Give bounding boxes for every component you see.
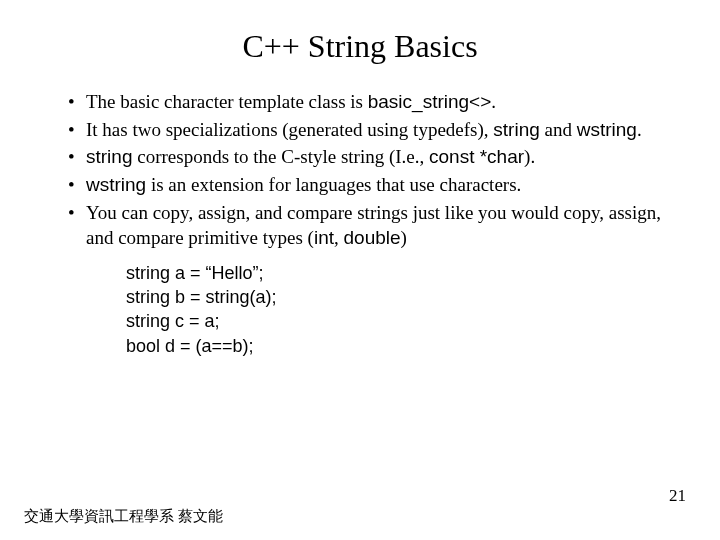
code-span: string (86, 146, 132, 167)
code-line: bool d = (a==b); (126, 334, 680, 358)
text: ). (524, 146, 535, 167)
page-number: 21 (669, 486, 686, 506)
code-span: basic_string<> (368, 91, 492, 112)
code-span: int (314, 227, 334, 248)
text: , (334, 227, 344, 248)
text: The basic character template class is (86, 91, 368, 112)
text: . (637, 119, 642, 140)
list-item: The basic character template class is ba… (68, 89, 680, 115)
code-span: const *char (429, 146, 524, 167)
code-block: string a = “Hello”; string b = string(a)… (126, 261, 680, 358)
bullet-list: The basic character template class is ba… (40, 89, 680, 251)
list-item: You can copy, assign, and compare string… (68, 200, 680, 251)
footer-credit: 交通大學資訊工程學系 蔡文能 (24, 507, 223, 526)
code-span: wstring (86, 174, 146, 195)
list-item: wstring is an extension for languages th… (68, 172, 680, 198)
text: It has two specializations (generated us… (86, 119, 493, 140)
code-line: string c = a; (126, 309, 680, 333)
text: . (491, 91, 496, 112)
text: is an extension for languages that use c… (146, 174, 521, 195)
list-item: It has two specializations (generated us… (68, 117, 680, 143)
code-span: double (344, 227, 401, 248)
code-span: wstring (577, 119, 637, 140)
text: and (540, 119, 577, 140)
code-line: string a = “Hello”; (126, 261, 680, 285)
code-line: string b = string(a); (126, 285, 680, 309)
slide-title: C++ String Basics (40, 28, 680, 65)
code-span: string (493, 119, 539, 140)
list-item: string corresponds to the C-style string… (68, 144, 680, 170)
text: corresponds to the C-style string (I.e., (132, 146, 429, 167)
text: ) (401, 227, 407, 248)
